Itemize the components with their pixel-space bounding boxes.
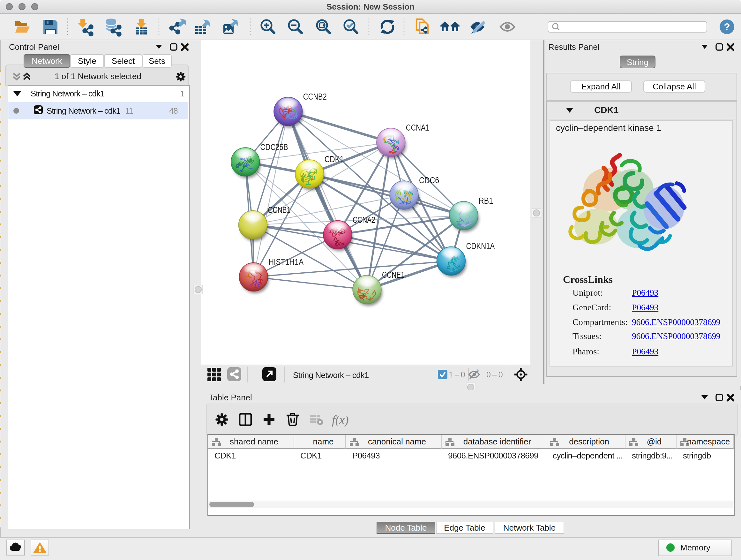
svg-text:CCNA2: CCNA2 [353,215,375,225]
svg-text:CCNA1: CCNA1 [406,123,429,132]
svg-text:f(x): f(x) [332,413,349,427]
svg-text:CDC25B: CDC25B [260,142,288,152]
svg-text:?: ? [724,21,730,33]
svg-text:RB1: RB1 [479,196,493,206]
svg-text:0 – 0: 0 – 0 [486,370,502,379]
svg-text:CCNE1: CCNE1 [382,270,405,280]
svg-text:1 – 0: 1 – 0 [449,370,465,379]
svg-text:HIST1H1A: HIST1H1A [268,257,304,267]
svg-text:CCNB2: CCNB2 [303,92,327,102]
svg-text:CDKN1A: CDKN1A [466,241,495,251]
svg-text:CCNB1: CCNB1 [268,205,290,215]
svg-text:CDK1: CDK1 [325,154,344,164]
svg-text:CDC6: CDC6 [419,176,439,185]
